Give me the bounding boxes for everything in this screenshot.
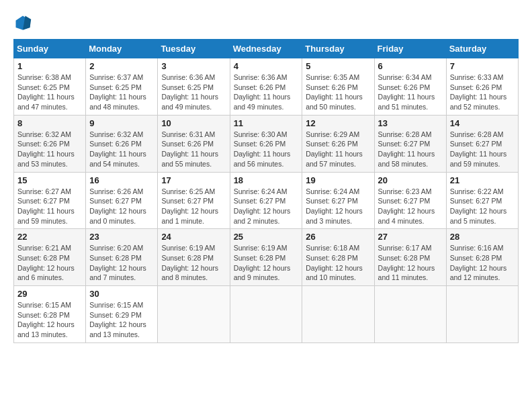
day-detail: Sunrise: 6:31 AMSunset: 6:26 PMDaylight:… [161, 130, 226, 169]
table-row: 1Sunrise: 6:38 AMSunset: 6:25 PMDaylight… [14, 58, 86, 116]
day-detail: Sunrise: 6:17 AMSunset: 6:28 PMDaylight:… [378, 243, 443, 283]
table-row: 20Sunrise: 6:23 AMSunset: 6:27 PMDayligh… [374, 172, 446, 229]
day-detail: Sunrise: 6:25 AMSunset: 6:27 PMDaylight:… [161, 187, 226, 226]
table-row: 10Sunrise: 6:31 AMSunset: 6:26 PMDayligh… [158, 115, 230, 172]
calendar-table: Sunday Monday Tuesday Wednesday Thursday… [13, 39, 519, 343]
day-detail: Sunrise: 6:38 AMSunset: 6:25 PMDaylight:… [17, 73, 82, 112]
table-row: 2Sunrise: 6:37 AMSunset: 6:25 PMDaylight… [86, 58, 158, 116]
day-number: 20 [378, 175, 443, 185]
day-detail: Sunrise: 6:15 AMSunset: 6:28 PMDaylight:… [17, 300, 82, 340]
table-row: 13Sunrise: 6:28 AMSunset: 6:27 PMDayligh… [374, 115, 446, 172]
day-detail: Sunrise: 6:23 AMSunset: 6:27 PMDaylight:… [378, 187, 443, 226]
day-number: 13 [378, 118, 443, 128]
day-detail: Sunrise: 6:28 AMSunset: 6:27 PMDaylight:… [378, 130, 443, 169]
table-row: 22Sunrise: 6:21 AMSunset: 6:28 PMDayligh… [14, 229, 86, 286]
page-header [13, 13, 519, 32]
day-detail: Sunrise: 6:26 AMSunset: 6:27 PMDaylight:… [89, 187, 154, 226]
day-number: 2 [89, 61, 154, 71]
day-detail: Sunrise: 6:20 AMSunset: 6:28 PMDaylight:… [89, 243, 154, 283]
day-detail: Sunrise: 6:27 AMSunset: 6:27 PMDaylight:… [17, 187, 82, 226]
table-row [158, 286, 230, 343]
col-tuesday: Tuesday [158, 40, 230, 58]
day-detail: Sunrise: 6:28 AMSunset: 6:27 PMDaylight:… [450, 130, 515, 169]
day-detail: Sunrise: 6:15 AMSunset: 6:29 PMDaylight:… [89, 300, 154, 340]
calendar-header-row: Sunday Monday Tuesday Wednesday Thursday… [14, 40, 519, 58]
col-sunday: Sunday [14, 40, 86, 58]
day-detail: Sunrise: 6:19 AMSunset: 6:28 PMDaylight:… [161, 243, 226, 283]
day-number: 18 [234, 175, 299, 185]
day-number: 9 [89, 118, 154, 128]
table-row: 24Sunrise: 6:19 AMSunset: 6:28 PMDayligh… [158, 229, 230, 286]
table-row: 21Sunrise: 6:22 AMSunset: 6:27 PMDayligh… [446, 172, 518, 229]
table-row: 14Sunrise: 6:28 AMSunset: 6:27 PMDayligh… [446, 115, 518, 172]
day-detail: Sunrise: 6:18 AMSunset: 6:28 PMDaylight:… [306, 243, 370, 283]
table-row: 7Sunrise: 6:33 AMSunset: 6:26 PMDaylight… [446, 58, 518, 116]
logo [13, 13, 36, 32]
table-row: 5Sunrise: 6:35 AMSunset: 6:26 PMDaylight… [302, 58, 374, 116]
day-detail: Sunrise: 6:34 AMSunset: 6:26 PMDaylight:… [378, 73, 443, 112]
day-number: 3 [161, 61, 226, 71]
day-number: 15 [17, 175, 82, 185]
day-detail: Sunrise: 6:16 AMSunset: 6:28 PMDaylight:… [450, 243, 515, 283]
day-number: 5 [306, 61, 370, 71]
day-detail: Sunrise: 6:19 AMSunset: 6:28 PMDaylight:… [234, 243, 299, 283]
col-friday: Friday [374, 40, 446, 58]
table-row [446, 286, 518, 343]
day-detail: Sunrise: 6:37 AMSunset: 6:25 PMDaylight:… [89, 73, 154, 112]
table-row: 17Sunrise: 6:25 AMSunset: 6:27 PMDayligh… [158, 172, 230, 229]
calendar-week-row: 8Sunrise: 6:32 AMSunset: 6:26 PMDaylight… [14, 115, 519, 172]
day-number: 1 [17, 61, 82, 71]
table-row: 15Sunrise: 6:27 AMSunset: 6:27 PMDayligh… [14, 172, 86, 229]
day-number: 30 [89, 289, 154, 299]
day-number: 10 [161, 118, 226, 128]
day-detail: Sunrise: 6:36 AMSunset: 6:26 PMDaylight:… [234, 73, 299, 112]
day-number: 16 [89, 175, 154, 185]
day-number: 4 [234, 61, 299, 71]
day-detail: Sunrise: 6:32 AMSunset: 6:26 PMDaylight:… [89, 130, 154, 169]
day-detail: Sunrise: 6:32 AMSunset: 6:26 PMDaylight:… [17, 130, 82, 169]
day-detail: Sunrise: 6:36 AMSunset: 6:25 PMDaylight:… [161, 73, 226, 112]
day-number: 23 [89, 232, 154, 242]
day-number: 21 [450, 175, 515, 185]
day-number: 19 [306, 175, 370, 185]
calendar-week-row: 29Sunrise: 6:15 AMSunset: 6:28 PMDayligh… [14, 286, 519, 343]
day-number: 12 [306, 118, 370, 128]
table-row: 16Sunrise: 6:26 AMSunset: 6:27 PMDayligh… [86, 172, 158, 229]
day-detail: Sunrise: 6:30 AMSunset: 6:26 PMDaylight:… [234, 130, 299, 169]
day-number: 26 [306, 232, 370, 242]
logo-icon [13, 13, 32, 32]
table-row [302, 286, 374, 343]
day-number: 22 [17, 232, 82, 242]
day-number: 17 [161, 175, 226, 185]
calendar-week-row: 1Sunrise: 6:38 AMSunset: 6:25 PMDaylight… [14, 58, 519, 116]
table-row: 8Sunrise: 6:32 AMSunset: 6:26 PMDaylight… [14, 115, 86, 172]
table-row: 4Sunrise: 6:36 AMSunset: 6:26 PMDaylight… [230, 58, 302, 116]
day-detail: Sunrise: 6:21 AMSunset: 6:28 PMDaylight:… [17, 243, 82, 283]
col-monday: Monday [86, 40, 158, 58]
table-row: 3Sunrise: 6:36 AMSunset: 6:25 PMDaylight… [158, 58, 230, 116]
table-row: 26Sunrise: 6:18 AMSunset: 6:28 PMDayligh… [302, 229, 374, 286]
day-number: 14 [450, 118, 515, 128]
day-detail: Sunrise: 6:29 AMSunset: 6:26 PMDaylight:… [306, 130, 370, 169]
table-row: 25Sunrise: 6:19 AMSunset: 6:28 PMDayligh… [230, 229, 302, 286]
table-row: 12Sunrise: 6:29 AMSunset: 6:26 PMDayligh… [302, 115, 374, 172]
day-number: 25 [234, 232, 299, 242]
table-row: 30Sunrise: 6:15 AMSunset: 6:29 PMDayligh… [86, 286, 158, 343]
table-row: 23Sunrise: 6:20 AMSunset: 6:28 PMDayligh… [86, 229, 158, 286]
day-number: 8 [17, 118, 82, 128]
table-row: 18Sunrise: 6:24 AMSunset: 6:27 PMDayligh… [230, 172, 302, 229]
table-row [230, 286, 302, 343]
table-row: 9Sunrise: 6:32 AMSunset: 6:26 PMDaylight… [86, 115, 158, 172]
col-thursday: Thursday [302, 40, 374, 58]
day-number: 7 [450, 61, 515, 71]
calendar-week-row: 15Sunrise: 6:27 AMSunset: 6:27 PMDayligh… [14, 172, 519, 229]
day-number: 29 [17, 289, 82, 299]
day-number: 24 [161, 232, 226, 242]
day-detail: Sunrise: 6:24 AMSunset: 6:27 PMDaylight:… [306, 187, 370, 226]
day-number: 28 [450, 232, 515, 242]
table-row: 28Sunrise: 6:16 AMSunset: 6:28 PMDayligh… [446, 229, 518, 286]
table-row: 19Sunrise: 6:24 AMSunset: 6:27 PMDayligh… [302, 172, 374, 229]
day-detail: Sunrise: 6:35 AMSunset: 6:26 PMDaylight:… [306, 73, 370, 112]
col-saturday: Saturday [446, 40, 518, 58]
day-detail: Sunrise: 6:22 AMSunset: 6:27 PMDaylight:… [450, 187, 515, 226]
